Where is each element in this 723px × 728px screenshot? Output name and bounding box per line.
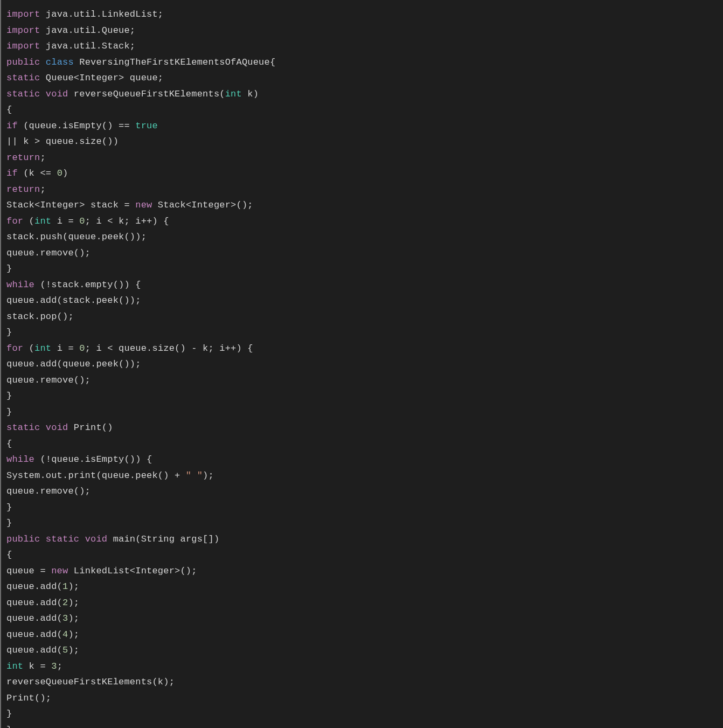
code-token: 2 bbox=[62, 598, 68, 608]
code-token: for bbox=[6, 216, 23, 226]
code-token: (!queue.isEmpty()) { bbox=[34, 454, 152, 464]
code-line: return; bbox=[6, 152, 46, 163]
code-line: if (queue.isEmpty() == true bbox=[6, 121, 158, 131]
code-token: (!stack.empty()) { bbox=[34, 280, 141, 290]
code-token: queue.add( bbox=[6, 598, 62, 608]
code-token: stack.push(queue.peek()); bbox=[6, 232, 147, 242]
code-token: } bbox=[6, 264, 12, 274]
code-token: queue.add(stack.peek()); bbox=[6, 295, 141, 306]
code-token: ; i < queue.size() - k; i++) { bbox=[85, 343, 253, 353]
code-token: queue.add( bbox=[6, 645, 62, 655]
code-line: queue.add(2); bbox=[6, 598, 79, 608]
code-token: ; bbox=[40, 152, 45, 163]
code-token: java.util.Stack; bbox=[40, 41, 135, 51]
code-line: System.out.print(queue.peek() + " "); bbox=[6, 470, 214, 481]
code-token: int bbox=[34, 216, 51, 226]
code-line: } bbox=[6, 391, 12, 401]
code-token: int bbox=[34, 343, 51, 353]
code-line: return; bbox=[6, 184, 46, 195]
code-line: } bbox=[6, 327, 12, 337]
code-line: import java.util.LinkedList; bbox=[6, 9, 163, 19]
code-token: (k <= bbox=[18, 168, 57, 178]
code-token: i = bbox=[51, 216, 79, 226]
code-token: static bbox=[6, 89, 40, 99]
code-token: LinkedList<Integer>(); bbox=[68, 566, 197, 576]
code-line: queue.add(5); bbox=[6, 645, 79, 655]
code-token: stack.pop(); bbox=[6, 311, 74, 322]
code-line: import java.util.Queue; bbox=[6, 25, 135, 36]
code-token: ); bbox=[68, 645, 79, 655]
code-token: void bbox=[46, 422, 68, 433]
code-token bbox=[40, 422, 45, 433]
code-line: queue.remove(); bbox=[6, 486, 91, 496]
code-token: } bbox=[6, 407, 12, 417]
code-token: k) bbox=[242, 89, 259, 99]
code-line: if (k <= 0) bbox=[6, 168, 68, 178]
code-token: queue.add( bbox=[6, 581, 62, 592]
code-token: 0 bbox=[79, 216, 85, 226]
code-line: stack.push(queue.peek()); bbox=[6, 232, 147, 242]
code-token: i = bbox=[51, 343, 79, 353]
code-line: } bbox=[6, 709, 12, 719]
code-token: ; bbox=[57, 661, 62, 671]
code-token: reverseQueueFirstKElements(k); bbox=[6, 677, 175, 687]
code-line: stack.pop(); bbox=[6, 311, 74, 322]
code-token: return bbox=[6, 152, 40, 163]
code-line: static void Print() bbox=[6, 422, 113, 433]
code-token: java.util.Queue; bbox=[40, 25, 135, 36]
code-line: static void reverseQueueFirstKElements(i… bbox=[6, 89, 259, 99]
code-line: queue.remove(); bbox=[6, 248, 91, 258]
code-token: import bbox=[6, 9, 40, 19]
code-line: queue.add(3); bbox=[6, 613, 79, 623]
code-token: } bbox=[6, 391, 12, 401]
code-token: int bbox=[6, 661, 23, 671]
code-token bbox=[40, 57, 45, 67]
code-block: import java.util.LinkedList; import java… bbox=[1, 0, 723, 728]
code-token: queue.remove(); bbox=[6, 375, 91, 385]
code-token: ; i < k; i++) { bbox=[85, 216, 169, 226]
code-line: while (!stack.empty()) { bbox=[6, 280, 141, 290]
code-line: int k = 3; bbox=[6, 661, 62, 671]
code-token: ); bbox=[68, 613, 79, 623]
code-line: queue = new LinkedList<Integer>(); bbox=[6, 566, 197, 576]
code-token bbox=[40, 534, 45, 544]
code-line: { bbox=[6, 105, 12, 115]
code-token: for bbox=[6, 343, 23, 353]
code-token: } bbox=[6, 709, 12, 719]
code-token: 3 bbox=[51, 661, 57, 671]
code-token: reverseQueueFirstKElements( bbox=[68, 89, 225, 99]
code-token: ); bbox=[68, 581, 79, 592]
code-line: for (int i = 0; i < k; i++) { bbox=[6, 216, 169, 226]
code-token: queue = bbox=[6, 566, 51, 576]
code-token: ; bbox=[40, 184, 45, 195]
code-token: } bbox=[6, 502, 12, 512]
code-line: } bbox=[6, 725, 12, 729]
code-line: Print(); bbox=[6, 693, 51, 703]
code-token: 5 bbox=[62, 645, 68, 655]
code-token: ) bbox=[62, 168, 68, 178]
code-line: { bbox=[6, 439, 12, 449]
code-token: queue.remove(); bbox=[6, 248, 91, 258]
code-token: 0 bbox=[57, 168, 62, 178]
code-token: ( bbox=[23, 216, 34, 226]
code-token: class bbox=[46, 57, 74, 67]
code-token: Print(); bbox=[6, 693, 51, 703]
code-token: Print() bbox=[68, 422, 113, 433]
code-line: } bbox=[6, 264, 12, 274]
code-line: while (!queue.isEmpty()) { bbox=[6, 454, 152, 464]
code-token bbox=[79, 534, 85, 544]
code-line: queue.remove(); bbox=[6, 375, 91, 385]
code-token: while bbox=[6, 280, 34, 290]
code-token: queue.add( bbox=[6, 629, 62, 640]
code-token: public bbox=[6, 534, 40, 544]
code-token: import bbox=[6, 25, 40, 36]
code-line: public static void main(String args[]) bbox=[6, 534, 219, 544]
code-token: } bbox=[6, 725, 12, 729]
code-line: public class ReversingTheFirstKElementsO… bbox=[6, 57, 275, 67]
code-token: static bbox=[6, 422, 40, 433]
code-token: { bbox=[6, 105, 12, 115]
code-token: ); bbox=[203, 470, 214, 481]
code-token: { bbox=[6, 439, 12, 449]
code-line: static Queue<Integer> queue; bbox=[6, 73, 163, 83]
code-token: new bbox=[51, 566, 68, 576]
